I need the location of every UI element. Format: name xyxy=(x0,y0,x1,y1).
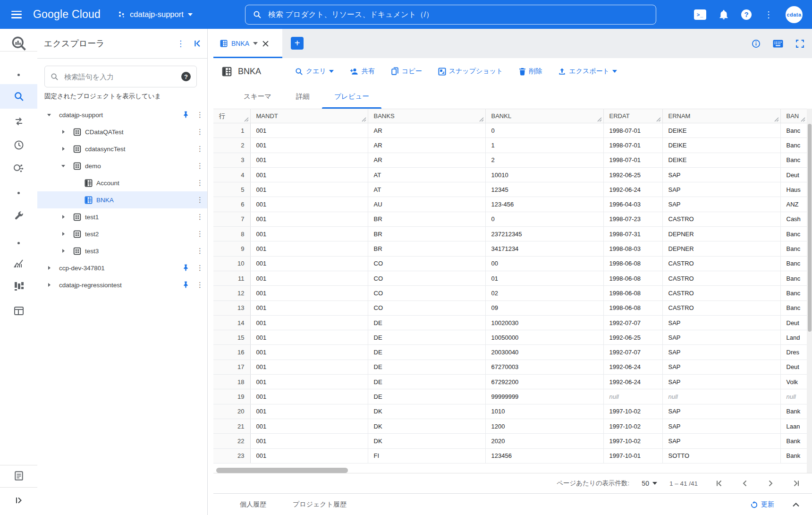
open-panel-icon[interactable] xyxy=(0,494,37,507)
tree-item-cdatasyncTest[interactable]: cdatasyncTest⋮ xyxy=(37,140,207,157)
column-header-ERDAT[interactable]: ERDAT xyxy=(603,109,662,123)
snapshot-button[interactable]: スナップショット xyxy=(438,67,503,76)
explorer-menu-icon[interactable]: ⋮ xyxy=(177,39,185,49)
collapse-panel-icon[interactable] xyxy=(193,39,203,48)
pin-icon[interactable] xyxy=(182,281,189,288)
tab-chevron-down-icon[interactable] xyxy=(253,42,258,45)
column-header-BANKS[interactable]: BANKS xyxy=(368,109,485,123)
rail-data-transfers-icon[interactable] xyxy=(0,116,37,127)
explorer-search-input[interactable] xyxy=(63,72,181,81)
tab-details[interactable]: 詳細 xyxy=(284,85,322,109)
collapse-arrow-icon[interactable] xyxy=(58,232,68,236)
collapse-arrow-icon[interactable] xyxy=(58,249,68,253)
project-history-tab[interactable]: プロジェクト履歴 xyxy=(293,500,347,509)
prev-page-button[interactable] xyxy=(738,480,752,487)
tree-item-BNKA[interactable]: BNKA⋮ xyxy=(37,191,207,208)
rail-search-item[interactable] xyxy=(0,84,37,109)
global-search-bar[interactable] xyxy=(245,5,656,25)
query-button[interactable]: クエリ xyxy=(295,67,334,76)
expand-arrow-icon[interactable] xyxy=(44,112,54,117)
fullscreen-icon[interactable] xyxy=(795,39,804,48)
cloud-shell-icon[interactable]: >_ xyxy=(694,9,706,20)
tree-item-cdatajp-support[interactable]: cdatajp-support⋮ xyxy=(37,106,207,123)
tab-preview[interactable]: プレビュー xyxy=(322,85,381,109)
new-tab-button[interactable]: + xyxy=(291,37,304,50)
personal-history-tab[interactable]: 個人履歴 xyxy=(240,500,266,509)
column-header-MANDT[interactable]: MANDT xyxy=(250,109,368,123)
collapse-arrow-icon[interactable] xyxy=(44,283,54,287)
tree-item-ccp-dev-347801[interactable]: ccp-dev-347801⋮ xyxy=(37,259,207,276)
rail-scheduled-queries-icon[interactable] xyxy=(0,139,37,151)
rail-admin-icon[interactable] xyxy=(0,209,37,222)
rail-capacity-icon[interactable] xyxy=(0,258,37,270)
item-menu-icon[interactable]: ⋮ xyxy=(196,162,203,170)
export-button[interactable]: エクスポート xyxy=(558,67,617,76)
main-menu-icon[interactable] xyxy=(11,11,22,18)
project-selector[interactable]: cdatajp-support xyxy=(118,10,193,19)
column-header-BAN[interactable]: BAN xyxy=(780,109,807,123)
first-page-button[interactable] xyxy=(713,480,726,487)
item-menu-icon[interactable]: ⋮ xyxy=(196,111,203,119)
keyboard-shortcuts-icon[interactable] xyxy=(773,40,783,48)
collapse-history-icon[interactable] xyxy=(792,502,800,507)
job-history-icon[interactable] xyxy=(0,469,37,482)
more-options-icon[interactable]: ⋮ xyxy=(764,10,773,19)
tree-item-Account[interactable]: Account⋮ xyxy=(37,174,207,191)
item-menu-icon[interactable]: ⋮ xyxy=(196,247,203,255)
item-menu-icon[interactable]: ⋮ xyxy=(196,264,203,272)
tree-item-cdatajp-regressiontest[interactable]: cdatajp-regressiontest⋮ xyxy=(37,276,207,293)
column-resize-icon[interactable] xyxy=(800,117,805,122)
expand-arrow-icon[interactable] xyxy=(58,163,68,168)
collapse-arrow-icon[interactable] xyxy=(58,146,68,151)
info-icon[interactable] xyxy=(752,39,761,48)
tree-item-test1[interactable]: test1⋮ xyxy=(37,208,207,225)
vertical-scrollbar[interactable] xyxy=(808,124,812,332)
tree-item-test3[interactable]: test3⋮ xyxy=(37,242,207,259)
rail-partner-center-icon[interactable] xyxy=(0,280,37,292)
column-resize-icon[interactable] xyxy=(361,117,366,122)
account-avatar[interactable]: cdata xyxy=(786,6,803,23)
search-help-icon[interactable]: ? xyxy=(181,72,191,81)
item-menu-icon[interactable]: ⋮ xyxy=(196,213,203,221)
pin-icon[interactable] xyxy=(182,264,189,271)
tab-close-icon[interactable] xyxy=(262,41,269,47)
copy-button[interactable]: コピー xyxy=(391,67,422,76)
horizontal-scrollbar[interactable] xyxy=(216,468,348,473)
tree-item-test2[interactable]: test2⋮ xyxy=(37,225,207,242)
help-icon[interactable]: ? xyxy=(741,9,752,20)
column-header-BANKL[interactable]: BANKL xyxy=(485,109,603,123)
collapse-arrow-icon[interactable] xyxy=(58,215,68,219)
rail-monitoring-icon[interactable] xyxy=(0,163,37,174)
tree-item-demo[interactable]: demo⋮ xyxy=(37,157,207,174)
tree-item-CDataQATest[interactable]: CDataQATest⋮ xyxy=(37,123,207,140)
item-menu-icon[interactable]: ⋮ xyxy=(196,145,203,153)
column-resize-icon[interactable] xyxy=(774,117,779,122)
last-page-button[interactable] xyxy=(789,480,803,487)
item-menu-icon[interactable]: ⋮ xyxy=(196,179,203,187)
column-resize-icon[interactable] xyxy=(244,117,249,122)
notifications-bell-icon[interactable] xyxy=(719,9,728,20)
explorer-search-box[interactable]: ? xyxy=(44,66,197,87)
next-page-button[interactable] xyxy=(764,480,777,487)
column-resize-icon[interactable] xyxy=(656,117,661,122)
column-header-行[interactable]: 行 xyxy=(213,109,250,123)
column-resize-icon[interactable] xyxy=(479,117,484,122)
collapse-arrow-icon[interactable] xyxy=(58,129,68,134)
item-menu-icon[interactable]: ⋮ xyxy=(196,128,203,136)
refresh-button[interactable]: 更新 xyxy=(750,500,774,509)
tab-schema[interactable]: スキーマ xyxy=(231,85,284,109)
item-menu-icon[interactable]: ⋮ xyxy=(196,281,203,289)
column-resize-icon[interactable] xyxy=(597,117,602,122)
rows-per-page-select[interactable]: 50 xyxy=(642,480,657,487)
rail-bi-engine-icon[interactable] xyxy=(0,305,37,317)
item-menu-icon[interactable]: ⋮ xyxy=(196,230,203,238)
collapse-arrow-icon[interactable] xyxy=(44,266,54,270)
global-search-input[interactable] xyxy=(267,10,656,19)
tab-bnka[interactable]: BNKA xyxy=(213,29,282,58)
item-menu-icon[interactable]: ⋮ xyxy=(196,196,203,204)
share-button[interactable]: 共有 xyxy=(350,67,375,76)
delete-button[interactable]: 削除 xyxy=(519,67,542,76)
column-header-ERNAM[interactable]: ERNAM xyxy=(662,109,780,123)
google-cloud-logo[interactable]: Google Cloud xyxy=(33,8,101,21)
pin-icon[interactable] xyxy=(182,111,189,118)
